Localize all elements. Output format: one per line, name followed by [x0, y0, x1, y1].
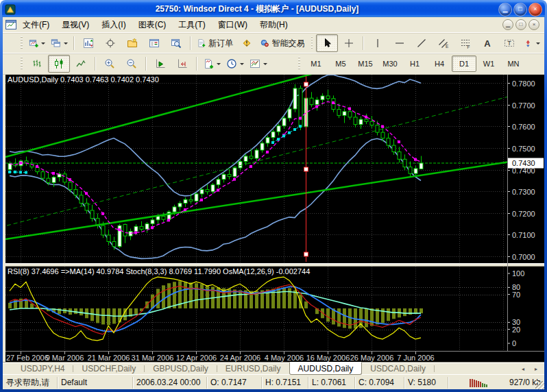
menu-insert[interactable]: 插入(I) — [95, 17, 132, 33]
toolbar-separator — [363, 36, 364, 50]
terminal-icon — [149, 38, 160, 49]
strategy-tester-icon — [171, 38, 182, 49]
svg-text:0.7200: 0.7200 — [512, 210, 535, 218]
maximize-button[interactable]: □ — [513, 3, 527, 16]
menu-view[interactable]: 显视(V) — [56, 17, 95, 33]
timeframe-m5-button[interactable]: M5 — [328, 56, 353, 72]
menu-help[interactable]: 帮助(H) — [254, 17, 294, 33]
expert-advisors-icon — [260, 38, 269, 49]
close-button[interactable]: × — [528, 3, 542, 16]
periods-button[interactable] — [223, 55, 247, 73]
indicators-icon — [203, 58, 214, 69]
tab-gbpusd[interactable]: GBPUSD,Daily — [145, 363, 217, 375]
fibonacci-button[interactable]: F — [454, 34, 476, 52]
toolbar-grip[interactable] — [21, 57, 23, 71]
equidistant-channel-button[interactable]: E — [433, 34, 454, 52]
zoom-in-button[interactable] — [99, 55, 121, 73]
svg-text:0.7700: 0.7700 — [512, 101, 535, 110]
tab-audusd-active[interactable]: AUDUSD,Daily — [289, 362, 363, 375]
svg-text:24 Apr 2006: 24 Apr 2006 — [220, 354, 260, 362]
market-watch-icon — [83, 38, 94, 49]
timeframe-mn-button[interactable]: MN — [501, 56, 526, 72]
status-bar-time: 2006.03.24 00:00 — [133, 377, 207, 389]
navigator-button[interactable] — [121, 34, 143, 52]
timeframe-m30-button[interactable]: M30 — [378, 56, 402, 72]
indicators-button[interactable] — [200, 55, 223, 73]
menu-tools[interactable]: 工具(T) — [172, 17, 211, 33]
connection-status-icon — [470, 378, 489, 387]
metaeditor-button[interactable] — [236, 34, 258, 52]
toolbar-standard: 新订单 智能交易 E F A T — [3, 32, 544, 54]
tab-eurusd[interactable]: EURUSD,Daily — [217, 363, 289, 375]
window-frame: 25750: Windsor Direct 4 - 模拟帐户 - [AUDUSD… — [0, 0, 547, 392]
line-chart-button[interactable] — [70, 55, 92, 73]
status-connection: 927/0 kb — [448, 377, 544, 389]
text-button[interactable]: A — [476, 34, 498, 52]
timeframe-h1-button[interactable]: H1 — [402, 56, 427, 72]
toolbar-grip[interactable] — [298, 57, 300, 71]
profiles-button[interactable] — [48, 34, 71, 52]
market-watch-button[interactable] — [77, 34, 99, 52]
new-chart-button[interactable] — [26, 34, 49, 52]
chart-window-icon[interactable] — [5, 19, 16, 30]
menu-file[interactable]: 文件(F) — [16, 17, 56, 33]
dropdown-arrow-icon — [41, 42, 45, 47]
crosshair-icon — [343, 38, 354, 49]
text-label-button[interactable]: T — [498, 34, 520, 52]
arrows-button[interactable] — [520, 34, 543, 52]
tab-scroll-left-button[interactable]: ◂ — [517, 363, 529, 374]
status-close: C: 0.7094 — [355, 377, 404, 389]
new-order-button[interactable]: 新订单 — [194, 34, 236, 52]
trendline-button[interactable] — [411, 34, 433, 52]
price-chart[interactable]: 0.78000.77000.76000.75000.74000.73000.72… — [5, 75, 544, 362]
bar-chart-button[interactable] — [26, 55, 48, 73]
strategy-tester-button[interactable] — [165, 34, 187, 52]
line-chart-icon — [75, 58, 86, 69]
chart-shift-button[interactable] — [171, 55, 193, 73]
crosshair-button[interactable] — [338, 34, 360, 52]
vertical-line-button[interactable] — [367, 34, 389, 52]
horizontal-line-button[interactable] — [389, 34, 411, 52]
timeframe-m15-button[interactable]: M15 — [353, 56, 378, 72]
toolbar-grip[interactable] — [311, 36, 313, 50]
data-window-button[interactable] — [99, 34, 121, 52]
data-window-icon — [105, 38, 116, 49]
minimize-button[interactable]: ▁ — [498, 3, 512, 16]
child-restore-button[interactable]: □ — [515, 19, 526, 30]
timeframe-h4-button[interactable]: H4 — [427, 56, 452, 72]
svg-text:100: 100 — [512, 269, 524, 278]
zoom-out-icon — [126, 58, 137, 69]
toolbar-grip[interactable] — [21, 36, 23, 50]
timeframe-d1-button[interactable]: D1 — [452, 56, 476, 72]
chart-tabbar: USDJPY,H4 USDCHF,Daily GBPUSD,Daily EURU… — [3, 362, 544, 375]
dropdown-arrow-icon — [217, 63, 221, 67]
child-window-controls: ▁ □ × — [502, 19, 542, 30]
cursor-button[interactable] — [316, 34, 338, 52]
tab-usdchf[interactable]: USDCHF,Daily — [73, 363, 144, 375]
terminal-button[interactable] — [143, 34, 165, 52]
resize-grip[interactable] — [535, 381, 544, 389]
timeframe-m1-button[interactable]: M1 — [304, 56, 328, 72]
tab-scroll-right-button[interactable]: ▸ — [530, 363, 542, 374]
svg-text:F: F — [467, 45, 470, 49]
menu-charts[interactable]: 图表(C) — [132, 17, 173, 33]
zoom-out-button[interactable] — [121, 55, 143, 73]
candlestick-button[interactable] — [48, 55, 70, 73]
status-low: L: 0.7061 — [308, 377, 355, 389]
app-logo-icon — [5, 4, 16, 15]
timeframe-w1-button[interactable]: W1 — [476, 56, 501, 72]
tab-usdcad[interactable]: USDCAD,Daily — [362, 363, 434, 375]
toolbar-separator — [95, 57, 96, 71]
menu-window[interactable]: 窗口(W) — [212, 17, 254, 33]
svg-text:T: T — [508, 40, 512, 47]
child-close-button[interactable]: × — [528, 19, 539, 30]
child-minimize-button[interactable]: ▁ — [502, 19, 513, 30]
arrows-icon — [523, 38, 533, 49]
auto-scroll-button[interactable] — [149, 55, 171, 73]
templates-button[interactable] — [247, 55, 270, 73]
toolbar-separator — [73, 36, 75, 50]
expert-advisors-button[interactable]: 智能交易 — [258, 34, 307, 52]
menubar: 文件(F) 显视(V) 插入(I) 图表(C) 工具(T) 窗口(W) 帮助(H… — [3, 17, 544, 33]
tab-usdjpy[interactable]: USDJPY,H4 — [12, 363, 73, 375]
titlebar[interactable]: 25750: Windsor Direct 4 - 模拟帐户 - [AUDUSD… — [2, 1, 545, 17]
